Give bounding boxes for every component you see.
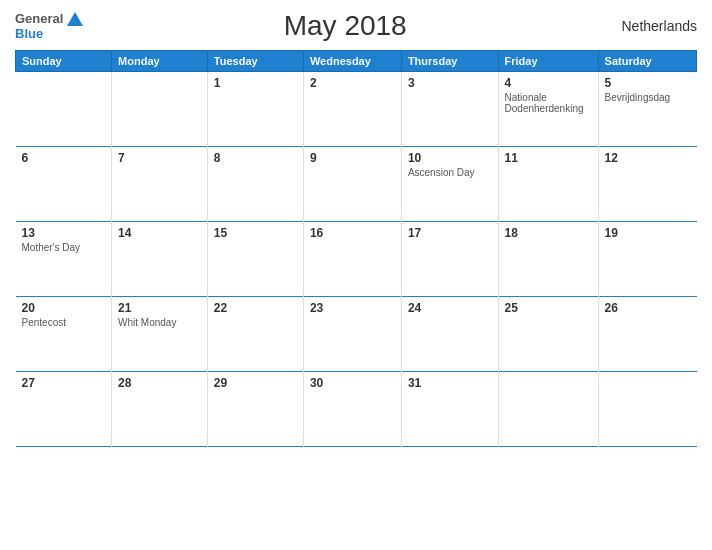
- day-cell: 14: [112, 222, 208, 297]
- calendar-table: Sunday Monday Tuesday Wednesday Thursday…: [15, 50, 697, 447]
- day-number: 15: [214, 226, 297, 240]
- day-cell: 30: [303, 372, 401, 447]
- logo-blue-text: Blue: [15, 26, 43, 41]
- day-number: 19: [605, 226, 691, 240]
- logo: General Blue: [15, 11, 83, 41]
- calendar-header: Sunday Monday Tuesday Wednesday Thursday…: [16, 51, 697, 72]
- day-cell: 25: [498, 297, 598, 372]
- day-number: 17: [408, 226, 492, 240]
- day-cell: 21Whit Monday: [112, 297, 208, 372]
- day-number: 2: [310, 76, 395, 90]
- day-cell: 19: [598, 222, 696, 297]
- day-cell: 4Nationale Dodenherdenking: [498, 72, 598, 147]
- day-cell: 17: [401, 222, 498, 297]
- week-row-3: 13Mother's Day141516171819: [16, 222, 697, 297]
- day-cell: 2: [303, 72, 401, 147]
- day-number: 31: [408, 376, 492, 390]
- day-cell: 27: [16, 372, 112, 447]
- logo-general-text: General: [15, 11, 63, 26]
- day-cell: 22: [207, 297, 303, 372]
- day-number: 22: [214, 301, 297, 315]
- day-cell: 29: [207, 372, 303, 447]
- day-number: 9: [310, 151, 395, 165]
- week-row-5: 2728293031: [16, 372, 697, 447]
- week-row-2: 678910Ascension Day1112: [16, 147, 697, 222]
- day-cell: 13Mother's Day: [16, 222, 112, 297]
- day-cell: 10Ascension Day: [401, 147, 498, 222]
- day-cell: 7: [112, 147, 208, 222]
- day-cell: [498, 372, 598, 447]
- day-number: 18: [505, 226, 592, 240]
- header-tuesday: Tuesday: [207, 51, 303, 72]
- day-number: 21: [118, 301, 201, 315]
- logo-triangle-icon: [67, 12, 83, 26]
- day-cell: 9: [303, 147, 401, 222]
- day-number: 5: [605, 76, 691, 90]
- day-cell: 11: [498, 147, 598, 222]
- day-number: 28: [118, 376, 201, 390]
- day-cell: 15: [207, 222, 303, 297]
- day-number: 4: [505, 76, 592, 90]
- holiday-label: Mother's Day: [22, 242, 106, 253]
- day-number: 3: [408, 76, 492, 90]
- day-cell: 26: [598, 297, 696, 372]
- holiday-label: Whit Monday: [118, 317, 201, 328]
- header-sunday: Sunday: [16, 51, 112, 72]
- day-number: 1: [214, 76, 297, 90]
- day-number: 25: [505, 301, 592, 315]
- day-number: 24: [408, 301, 492, 315]
- day-cell: 20Pentecost: [16, 297, 112, 372]
- day-cell: 31: [401, 372, 498, 447]
- header-wednesday: Wednesday: [303, 51, 401, 72]
- day-number: 13: [22, 226, 106, 240]
- day-cell: 23: [303, 297, 401, 372]
- header-monday: Monday: [112, 51, 208, 72]
- country-label: Netherlands: [607, 18, 697, 34]
- header-saturday: Saturday: [598, 51, 696, 72]
- holiday-label: Bevrijdingsdag: [605, 92, 691, 103]
- day-number: 20: [22, 301, 106, 315]
- day-cell: [16, 72, 112, 147]
- day-cell: 24: [401, 297, 498, 372]
- calendar-body: 1234Nationale Dodenherdenking5Bevrijding…: [16, 72, 697, 447]
- day-number: 12: [605, 151, 691, 165]
- day-cell: 28: [112, 372, 208, 447]
- day-number: 29: [214, 376, 297, 390]
- day-number: 7: [118, 151, 201, 165]
- header: General Blue May 2018 Netherlands: [15, 10, 697, 42]
- header-thursday: Thursday: [401, 51, 498, 72]
- day-cell: 1: [207, 72, 303, 147]
- day-number: 16: [310, 226, 395, 240]
- day-number: 8: [214, 151, 297, 165]
- day-number: 27: [22, 376, 106, 390]
- header-friday: Friday: [498, 51, 598, 72]
- day-number: 30: [310, 376, 395, 390]
- week-row-4: 20Pentecost21Whit Monday2223242526: [16, 297, 697, 372]
- day-cell: 18: [498, 222, 598, 297]
- day-number: 11: [505, 151, 592, 165]
- day-cell: 3: [401, 72, 498, 147]
- holiday-label: Pentecost: [22, 317, 106, 328]
- page: General Blue May 2018 Netherlands Sunday…: [0, 0, 712, 550]
- day-cell: 16: [303, 222, 401, 297]
- day-cell: [598, 372, 696, 447]
- holiday-label: Nationale Dodenherdenking: [505, 92, 592, 114]
- day-number: 23: [310, 301, 395, 315]
- holiday-label: Ascension Day: [408, 167, 492, 178]
- day-cell: [112, 72, 208, 147]
- day-cell: 12: [598, 147, 696, 222]
- week-row-1: 1234Nationale Dodenherdenking5Bevrijding…: [16, 72, 697, 147]
- day-number: 6: [22, 151, 106, 165]
- day-number: 10: [408, 151, 492, 165]
- calendar-title: May 2018: [83, 10, 607, 42]
- days-header-row: Sunday Monday Tuesday Wednesday Thursday…: [16, 51, 697, 72]
- day-number: 14: [118, 226, 201, 240]
- day-cell: 6: [16, 147, 112, 222]
- day-number: 26: [605, 301, 691, 315]
- day-cell: 5Bevrijdingsdag: [598, 72, 696, 147]
- day-cell: 8: [207, 147, 303, 222]
